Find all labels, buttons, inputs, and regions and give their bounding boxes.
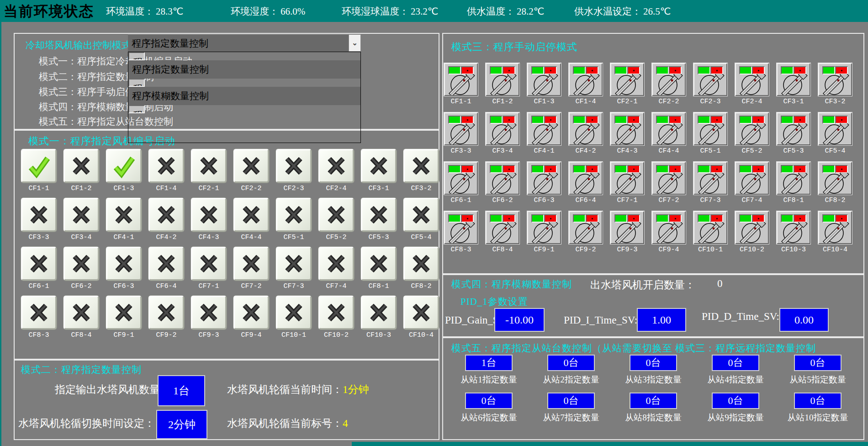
rotary-switch-button[interactable] <box>486 112 519 145</box>
fan-enable-button[interactable]: CF6-4 <box>148 247 184 292</box>
fan-enable-button[interactable]: CF1-1 <box>21 149 57 195</box>
station-count-box[interactable]: 0台 <box>794 355 842 371</box>
fan-status-icon[interactable] <box>148 247 184 281</box>
fan-status-icon[interactable] <box>318 198 354 232</box>
fan-manual-switch[interactable]: CF5-4 <box>818 112 852 156</box>
fan-status-icon[interactable] <box>106 296 142 329</box>
fan-enable-button[interactable]: CF9-2 <box>148 296 184 341</box>
fan-manual-switch[interactable]: CF4-3 <box>610 112 644 156</box>
rotary-switch-button[interactable] <box>527 211 561 244</box>
fan-status-icon[interactable] <box>276 247 312 281</box>
fan-manual-switch[interactable]: CF2-3 <box>693 63 727 107</box>
fan-status-icon[interactable] <box>233 247 269 281</box>
fan-manual-switch[interactable]: CF6-1 <box>444 162 478 206</box>
fan-manual-switch[interactable]: CF9-2 <box>569 211 603 255</box>
rotary-switch-button[interactable] <box>486 162 519 195</box>
fan-status-icon[interactable] <box>318 149 354 183</box>
fan-status-icon[interactable] <box>106 247 142 281</box>
fan-manual-switch[interactable]: CF1-4 <box>569 63 603 107</box>
fan-manual-switch[interactable]: CF2-4 <box>735 63 769 107</box>
fan-manual-switch[interactable]: CF3-3 <box>444 112 478 156</box>
switch-time-input[interactable]: 2分钟 <box>156 410 207 439</box>
fan-manual-switch[interactable]: CF10-4 <box>818 211 852 255</box>
fan-manual-switch[interactable]: CF3-1 <box>777 63 810 107</box>
fan-status-icon[interactable] <box>64 296 99 329</box>
rotary-switch-button[interactable] <box>610 211 644 244</box>
fan-manual-switch[interactable]: CF8-2 <box>818 162 852 206</box>
rotary-switch-button[interactable] <box>652 63 686 96</box>
fan-manual-switch[interactable]: CF7-3 <box>693 162 727 206</box>
fan-enable-button[interactable]: CF7-4 <box>318 247 354 292</box>
mode-dropdown[interactable]: 程序指定数量控制 <box>128 34 349 52</box>
fan-status-icon[interactable] <box>233 296 269 329</box>
dropdown-option[interactable]: 程序手动启停控制 <box>128 79 145 87</box>
fan-enable-button[interactable]: CF2-2 <box>233 149 269 195</box>
station-count-box[interactable]: 0台 <box>794 393 842 409</box>
fan-status-icon[interactable] <box>21 247 57 281</box>
fan-status-icon[interactable] <box>403 149 439 183</box>
fan-status-icon[interactable] <box>21 198 57 232</box>
pid-dtime-input[interactable]: 0.00 <box>779 308 829 332</box>
rotary-switch-button[interactable] <box>486 211 519 244</box>
fan-status-icon[interactable] <box>148 198 184 232</box>
fan-status-icon[interactable] <box>361 198 397 232</box>
rotary-switch-button[interactable] <box>610 112 644 145</box>
fan-enable-button[interactable]: CF6-1 <box>21 247 57 292</box>
rotary-switch-button[interactable] <box>527 112 561 145</box>
fan-enable-button[interactable]: CF8-2 <box>403 247 439 292</box>
fan-manual-switch[interactable]: CF4-1 <box>527 112 561 156</box>
rotary-switch-button[interactable] <box>610 162 644 195</box>
rotary-switch-button[interactable] <box>777 162 810 195</box>
fan-enable-button[interactable]: CF9-1 <box>106 296 142 341</box>
fan-enable-button[interactable]: CF8-1 <box>361 247 397 292</box>
fan-status-icon[interactable] <box>276 149 312 183</box>
rotary-switch-button[interactable] <box>569 162 603 195</box>
fan-enable-button[interactable]: CF4-3 <box>191 198 227 244</box>
rotary-switch-button[interactable] <box>652 162 686 195</box>
fan-status-icon[interactable] <box>318 247 354 281</box>
rotary-switch-button[interactable] <box>818 211 852 244</box>
fan-enable-button[interactable]: CF7-1 <box>191 247 227 292</box>
fan-manual-switch[interactable]: CF9-4 <box>652 211 686 255</box>
rotary-switch-button[interactable] <box>486 63 519 96</box>
fan-enable-button[interactable]: CF8-4 <box>64 296 99 341</box>
fan-enable-button[interactable]: CF5-3 <box>361 198 397 244</box>
fan-manual-switch[interactable]: CF7-1 <box>610 162 644 206</box>
fan-enable-button[interactable]: CF7-2 <box>233 247 269 292</box>
fan-enable-button[interactable]: CF5-1 <box>276 198 312 244</box>
rotary-switch-button[interactable] <box>444 63 478 96</box>
fan-status-icon[interactable] <box>191 296 227 329</box>
fan-enable-button[interactable]: CF4-4 <box>233 198 269 244</box>
fan-status-icon[interactable] <box>403 198 439 232</box>
fan-enable-button[interactable]: CF5-4 <box>403 198 439 244</box>
fan-enable-button[interactable]: CF9-3 <box>191 296 227 341</box>
fan-qty-input[interactable]: 1台 <box>158 375 205 406</box>
rotary-switch-button[interactable] <box>818 63 852 96</box>
fan-enable-button[interactable]: CF10-4 <box>403 296 439 341</box>
fan-status-icon[interactable] <box>106 198 142 232</box>
fan-enable-button[interactable]: CF10-2 <box>318 296 354 341</box>
fan-status-icon[interactable] <box>191 198 227 232</box>
fan-enable-button[interactable]: CF2-4 <box>318 149 354 195</box>
rotary-switch-button[interactable] <box>569 112 603 145</box>
fan-manual-switch[interactable]: CF10-3 <box>777 211 810 255</box>
fan-manual-switch[interactable]: CF6-2 <box>486 162 519 206</box>
fan-manual-switch[interactable]: CF5-1 <box>693 112 727 156</box>
fan-status-icon[interactable] <box>21 149 57 183</box>
dropdown-option[interactable]: 程序指定风机编号启动 <box>128 52 145 60</box>
fan-enable-button[interactable]: CF2-3 <box>276 149 312 195</box>
fan-enable-button[interactable]: CF4-1 <box>106 198 142 244</box>
fan-enable-button[interactable]: CF10-1 <box>276 296 312 341</box>
fan-manual-switch[interactable]: CF10-2 <box>735 211 769 255</box>
rotary-switch-button[interactable] <box>610 63 644 96</box>
dropdown-option[interactable]: 程序模糊数量控制 <box>128 87 360 105</box>
fan-enable-button[interactable]: CF6-3 <box>106 247 142 292</box>
fan-status-icon[interactable] <box>64 247 99 281</box>
fan-manual-switch[interactable]: CF6-4 <box>569 162 603 206</box>
fan-enable-button[interactable]: CF3-4 <box>64 198 99 244</box>
rotary-switch-button[interactable] <box>444 211 478 244</box>
fan-manual-switch[interactable]: CF8-3 <box>444 211 478 255</box>
fan-manual-switch[interactable]: CF5-2 <box>735 112 769 156</box>
station-count-box[interactable]: 0台 <box>630 393 677 409</box>
fan-manual-switch[interactable]: CF7-2 <box>652 162 686 206</box>
